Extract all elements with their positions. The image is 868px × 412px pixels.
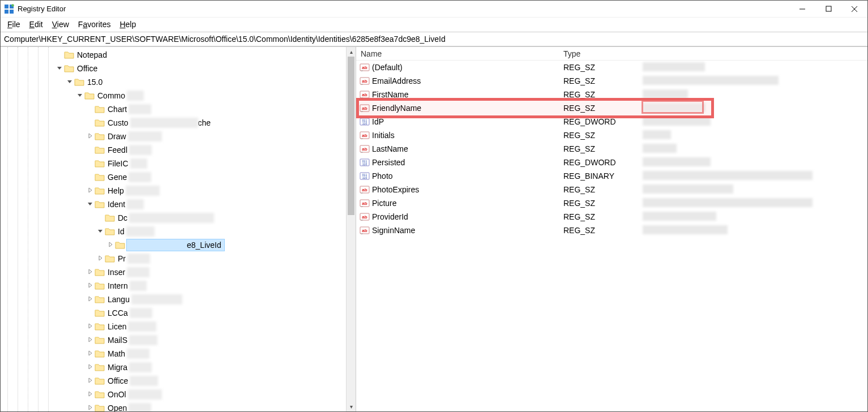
list-row[interactable]: abInitialsREG_SZ — [356, 128, 867, 142]
tree-pane[interactable]: NotepadOffice15.0CommoChartCustocheDrawF… — [1, 47, 356, 411]
value-data — [638, 117, 867, 127]
tree-node[interactable]: Migra — [1, 360, 356, 374]
redacted-data — [643, 117, 711, 126]
tree-node[interactable]: Office — [1, 62, 356, 75]
chevron-right-icon[interactable] — [85, 391, 95, 398]
chevron-right-icon[interactable] — [85, 364, 95, 371]
redacted-data — [643, 103, 705, 112]
tree-node[interactable]: Intern — [1, 279, 356, 293]
tree-node[interactable]: Pr — [1, 252, 356, 265]
value-data — [638, 130, 867, 141]
chevron-right-icon[interactable] — [85, 405, 95, 411]
tree-node[interactable]: Feedl — [1, 143, 356, 157]
chevron-down-icon[interactable] — [55, 65, 64, 72]
chevron-right-icon[interactable] — [85, 323, 95, 330]
tree-node-label: Gene — [106, 172, 129, 182]
reg-sz-icon: ab — [360, 225, 370, 235]
tree-node[interactable]: Ident — [1, 198, 356, 211]
chevron-right-icon[interactable] — [106, 242, 115, 248]
list-row[interactable]: 011110IdPREG_DWORD — [356, 115, 867, 128]
tree-scrollbar[interactable]: ▴ ▾ — [346, 47, 356, 411]
minimize-button[interactable] — [789, 1, 815, 18]
value-name: PhotoExpires — [372, 185, 419, 194]
tree-node[interactable]: LCCa — [1, 306, 356, 320]
svg-rect-0 — [5, 5, 8, 8]
tree-node[interactable]: Id — [1, 225, 356, 238]
tree-node[interactable]: OnOl — [1, 388, 356, 401]
scroll-up-icon[interactable]: ▴ — [347, 47, 356, 57]
redacted-data — [643, 144, 677, 153]
tree-node[interactable]: Dc — [1, 211, 356, 225]
tree-node[interactable]: Custoche — [1, 116, 356, 130]
tree-node[interactable]: 15.0 — [1, 75, 356, 89]
tree-node[interactable]: Math — [1, 347, 356, 360]
tree-node[interactable]: Chart — [1, 102, 356, 116]
list-row[interactable]: abFriendlyNameREG_SZ — [356, 101, 867, 115]
chevron-down-icon[interactable] — [85, 201, 95, 208]
list-row[interactable]: abLastNameREG_SZ — [356, 142, 867, 156]
folder-icon — [64, 64, 74, 73]
close-button[interactable] — [841, 1, 867, 18]
scroll-down-icon[interactable]: ▾ — [347, 402, 356, 411]
app-icon — [4, 4, 14, 14]
chevron-down-icon[interactable] — [96, 228, 105, 235]
value-type: REG_SZ — [559, 104, 638, 113]
maximize-button[interactable] — [815, 1, 841, 18]
chevron-right-icon[interactable] — [85, 350, 95, 357]
tree-node[interactable]: MailS — [1, 333, 356, 347]
tree-node-label: Licen — [106, 321, 128, 332]
svg-text:ab: ab — [362, 187, 367, 192]
tree-node[interactable]: Langu — [1, 293, 356, 306]
redacted-data — [643, 212, 716, 221]
chevron-down-icon[interactable] — [65, 79, 74, 85]
chevron-right-icon[interactable] — [85, 187, 95, 194]
menu-view[interactable]: View — [49, 19, 72, 29]
tree-node[interactable]: Office — [1, 374, 356, 388]
menu-favorites[interactable]: Favorites — [75, 19, 114, 29]
tree-node[interactable]: Licen — [1, 320, 356, 333]
tree-node[interactable]: Help — [1, 184, 356, 198]
tree-node[interactable]: Gene — [1, 170, 356, 184]
chevron-right-icon[interactable] — [85, 269, 95, 276]
folder-icon — [95, 308, 105, 317]
tree-node[interactable]: e8_LiveId — [1, 238, 356, 252]
list-row[interactable]: abFirstNameREG_SZ — [356, 88, 867, 101]
svg-text:ab: ab — [362, 147, 367, 152]
chevron-right-icon[interactable] — [85, 282, 95, 289]
column-header-name[interactable]: Name — [356, 49, 559, 58]
tree-node[interactable]: FileIC — [1, 157, 356, 170]
tree-node[interactable]: Notepad — [1, 48, 356, 62]
chevron-right-icon[interactable] — [85, 337, 95, 344]
svg-text:ab: ab — [362, 92, 367, 97]
menu-file[interactable]: File — [4, 19, 24, 29]
list-row[interactable]: abPictureREG_SZ — [356, 196, 867, 210]
list-row[interactable]: abEmailAddressREG_SZ — [356, 74, 867, 88]
menu-edit[interactable]: Edit — [26, 19, 46, 29]
tree-node[interactable]: Commo — [1, 89, 356, 102]
chevron-down-icon[interactable] — [75, 92, 84, 99]
menu-help[interactable]: Help — [116, 19, 139, 29]
value-type: REG_SZ — [559, 199, 638, 208]
column-header-type[interactable]: Type — [559, 49, 638, 58]
folder-icon — [95, 404, 105, 411]
tree-node[interactable]: Open — [1, 401, 356, 411]
scroll-thumb[interactable] — [348, 57, 354, 215]
chevron-right-icon[interactable] — [96, 255, 105, 262]
tree-node[interactable]: Inser — [1, 265, 356, 279]
svg-text:ab: ab — [362, 214, 367, 220]
list-row[interactable]: abPhotoExpiresREG_SZ — [356, 183, 867, 196]
list-row[interactable]: ab(Default)REG_SZ — [356, 61, 867, 74]
address-input[interactable] — [1, 32, 867, 46]
list-row[interactable]: 011110PhotoREG_BINARY — [356, 169, 867, 183]
folder-icon — [95, 132, 105, 141]
chevron-right-icon[interactable] — [85, 133, 95, 140]
folder-icon — [95, 200, 105, 209]
list-pane[interactable]: Name Type ab(Default)REG_SZabEmailAddres… — [356, 47, 867, 411]
list-row[interactable]: abProviderIdREG_SZ — [356, 210, 867, 224]
chevron-right-icon[interactable] — [85, 296, 95, 303]
redacted-data — [643, 76, 779, 85]
tree-node[interactable]: Draw — [1, 130, 356, 143]
list-row[interactable]: 011110PersistedREG_DWORD — [356, 156, 867, 169]
chevron-right-icon[interactable] — [85, 377, 95, 384]
list-row[interactable]: abSigninNameREG_SZ — [356, 224, 867, 237]
